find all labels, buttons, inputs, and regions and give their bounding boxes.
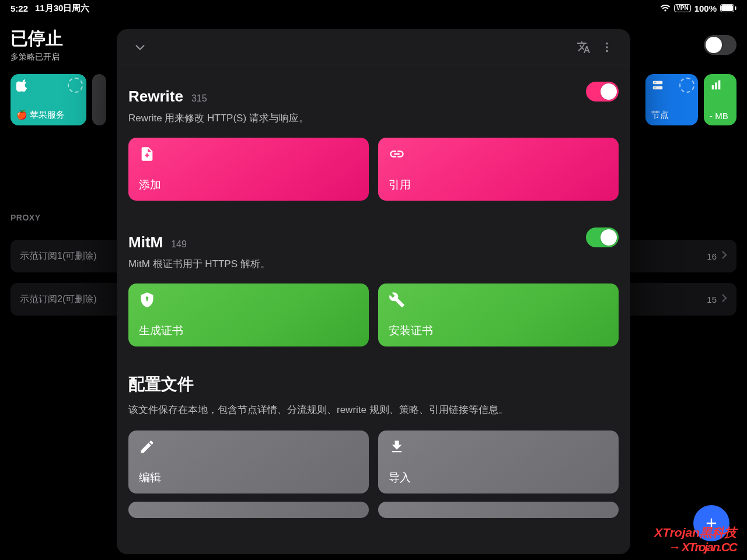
svg-point-6 <box>655 88 656 89</box>
battery-icon <box>720 4 736 12</box>
tile-partial[interactable] <box>92 74 106 125</box>
tile-nodes[interactable]: 节点 <box>645 74 698 125</box>
mitm-toggle[interactable] <box>586 228 619 247</box>
rewrite-add-card[interactable]: 添加 <box>128 138 369 201</box>
status-time: 5:22 <box>11 4 28 13</box>
tile-apple-services[interactable]: 🍎 苹果服务 <box>11 74 86 125</box>
card-label: 生成证书 <box>139 323 358 338</box>
card-label: 安装证书 <box>389 323 608 338</box>
watermark-line2: → XTrojan.CC <box>654 540 736 554</box>
more-button[interactable] <box>595 36 619 59</box>
config-import-card[interactable]: 导入 <box>378 430 619 494</box>
config-desc: 该文件保存在本地，包含节点详情、分流规则、rewrite 规则、策略、引用链接等… <box>128 402 619 418</box>
config-extra-card-1[interactable] <box>128 502 369 518</box>
svg-point-10 <box>606 42 608 44</box>
config-title: 配置文件 <box>128 373 619 396</box>
svg-rect-8 <box>715 82 717 89</box>
mitm-title: MitM <box>128 233 163 251</box>
chevron-right-icon <box>721 293 727 305</box>
settings-modal: Rewrite 315 Rewrite 用来修改 HTTP(S) 请求与响应。 … <box>117 29 630 554</box>
file-plus-icon <box>139 146 155 162</box>
config-edit-card[interactable]: 编辑 <box>128 430 369 494</box>
rewrite-ref-card[interactable]: 引用 <box>378 138 619 201</box>
mitm-generate-card[interactable]: 生成证书 <box>128 284 369 346</box>
svg-rect-1 <box>721 5 733 11</box>
chevron-right-icon <box>721 250 727 262</box>
shield-key-icon <box>139 292 155 308</box>
tile-label: 节点 <box>651 110 692 121</box>
card-label: 添加 <box>139 177 358 192</box>
config-extra-card-2[interactable] <box>378 502 619 518</box>
svg-rect-4 <box>653 86 663 90</box>
wrench-icon <box>389 292 405 308</box>
connection-status-sub: 多策略已开启 <box>11 52 63 62</box>
mitm-install-card[interactable]: 安装证书 <box>378 284 619 346</box>
rewrite-toggle[interactable] <box>586 82 619 102</box>
translate-icon <box>577 40 591 54</box>
tile-indicator-icon <box>68 78 83 93</box>
tile-label: - MB <box>710 111 731 121</box>
battery-pct: 100% <box>694 4 717 13</box>
main-toggle[interactable] <box>704 35 736 55</box>
edit-icon <box>139 439 155 455</box>
svg-point-12 <box>606 50 608 52</box>
import-icon <box>389 439 405 455</box>
svg-rect-3 <box>653 81 663 85</box>
wifi-icon <box>660 4 671 12</box>
svg-rect-9 <box>718 80 721 90</box>
rewrite-count: 315 <box>191 93 207 104</box>
proxy-name: 示范订阅1(可删除) <box>20 250 97 262</box>
svg-point-11 <box>606 46 608 48</box>
proxy-name: 示范订阅2(可删除) <box>20 293 97 306</box>
section-mitm: MitM 149 MitM 根证书用于 HTTPS 解析。 生成证书 安装证书 <box>128 228 619 346</box>
card-label: 导入 <box>389 470 608 485</box>
collapse-button[interactable] <box>128 36 152 59</box>
tile-label: 🍎 苹果服务 <box>16 110 81 121</box>
section-config: 配置文件 该文件保存在本地，包含节点详情、分流规则、rewrite 规则、策略、… <box>128 373 619 518</box>
link-icon <box>389 146 405 162</box>
translate-button[interactable] <box>572 36 595 59</box>
svg-point-5 <box>655 82 656 83</box>
rewrite-title: Rewrite <box>128 88 183 106</box>
rewrite-desc: Rewrite 用来修改 HTTP(S) 请求与响应。 <box>128 111 619 125</box>
tile-indicator-icon <box>679 78 694 93</box>
card-label: 编辑 <box>139 470 358 485</box>
card-label: 引用 <box>389 177 608 192</box>
vpn-badge: VPN <box>674 4 691 12</box>
svg-rect-7 <box>712 85 714 89</box>
chevron-down-icon <box>134 41 146 54</box>
more-vert-icon <box>601 41 613 54</box>
mitm-count: 149 <box>171 239 187 250</box>
svg-rect-2 <box>735 6 736 10</box>
bars-icon <box>710 79 731 95</box>
mitm-desc: MitM 根证书用于 HTTPS 解析。 <box>128 257 619 271</box>
tile-stats[interactable]: - MB <box>704 74 736 125</box>
watermark: XTrojan黑科技 → XTrojan.CC <box>654 525 736 554</box>
connection-status-title: 已停止 <box>11 27 63 51</box>
section-rewrite: Rewrite 315 Rewrite 用来修改 HTTP(S) 请求与响应。 … <box>128 82 619 201</box>
proxy-count: 15 <box>707 295 717 304</box>
watermark-line1: XTrojan黑科技 <box>654 525 736 540</box>
proxy-count: 16 <box>707 251 717 261</box>
status-bar: 5:22 11月30日周六 VPN 100% <box>0 0 747 16</box>
status-date: 11月30日周六 <box>35 3 89 14</box>
